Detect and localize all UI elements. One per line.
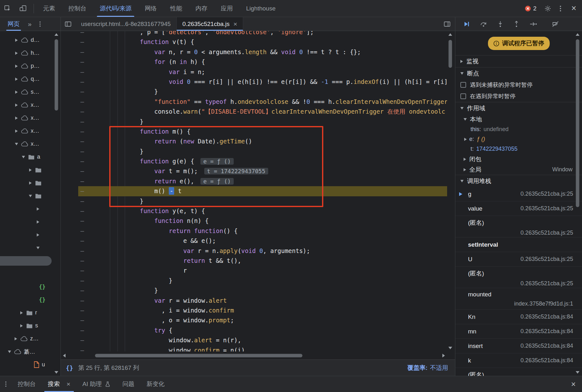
drawer-tab[interactable]: 问题 bbox=[117, 376, 141, 392]
panel-tab[interactable]: 元素 bbox=[36, 0, 62, 17]
scrollbar-thumb[interactable] bbox=[55, 39, 58, 111]
tree-row[interactable]: u bbox=[0, 358, 60, 371]
gutter-marker[interactable]: – bbox=[80, 87, 84, 97]
gutter-marker[interactable]: – bbox=[80, 186, 84, 196]
kebab-menu-icon[interactable] bbox=[555, 0, 566, 17]
code-line[interactable]: –} bbox=[61, 286, 447, 295]
inspect-element-icon[interactable] bbox=[0, 0, 15, 17]
code-line[interactable]: –var t = m();t = 1742229437055 bbox=[61, 166, 447, 176]
gutter-marker[interactable]: – bbox=[80, 97, 84, 107]
code-line[interactable]: –e && e(); bbox=[61, 236, 447, 246]
gutter-marker[interactable]: – bbox=[80, 117, 84, 127]
stack-frame[interactable]: U0.2635c521cba.js:25 bbox=[455, 252, 582, 267]
gutter-marker[interactable]: – bbox=[80, 67, 84, 77]
scope-local-header[interactable]: 本地 bbox=[455, 114, 582, 124]
scroll-right-arrow-icon[interactable] bbox=[442, 354, 445, 357]
gutter-marker[interactable]: – bbox=[80, 107, 84, 117]
tree-row[interactable]: z… bbox=[0, 332, 60, 345]
scrollbar-thumb[interactable] bbox=[95, 354, 302, 357]
code-line[interactable]: –function y(e, t) { bbox=[61, 206, 447, 216]
panel-tab[interactable]: 源代码/来源 bbox=[93, 0, 138, 17]
code-line[interactable]: –var i = n; bbox=[61, 67, 447, 77]
issues-counter[interactable]: 2 bbox=[521, 5, 541, 12]
tree-row[interactable]: x… bbox=[0, 137, 60, 150]
code-line[interactable]: –var n, r = 0 < arguments.length && void… bbox=[61, 47, 447, 57]
tree-row[interactable] bbox=[0, 189, 60, 202]
stack-frame[interactable]: (匿名)0.2635c521cba.js:25 bbox=[455, 216, 582, 237]
gutter-marker[interactable]: – bbox=[80, 315, 84, 325]
close-devtools-button[interactable]: × bbox=[566, 3, 582, 13]
gutter-marker[interactable]: – bbox=[80, 166, 84, 176]
execution-line[interactable]: –m() - t bbox=[61, 186, 447, 196]
scrollbar-thumb[interactable] bbox=[576, 39, 579, 207]
step-button[interactable] bbox=[529, 21, 537, 27]
code-line[interactable]: –try { bbox=[61, 326, 447, 335]
tree-row[interactable]: x… bbox=[0, 124, 60, 137]
stack-frame[interactable]: value0.2635c521cba.js:25 bbox=[455, 201, 582, 216]
code-line[interactable]: –} bbox=[61, 147, 447, 156]
collapsed-arrow-icon[interactable] bbox=[37, 233, 39, 237]
section-scope[interactable]: 作用域 bbox=[455, 102, 582, 114]
drawer-tab[interactable]: 搜索× bbox=[42, 376, 76, 392]
gutter-marker[interactable]: – bbox=[80, 57, 84, 67]
editor-vertical-scrollbar[interactable] bbox=[447, 31, 453, 351]
code-line[interactable]: –console.warn("【DISABLE-DEVTOOL】clearInt… bbox=[61, 107, 447, 117]
scroll-down-arrow-icon[interactable] bbox=[54, 371, 58, 374]
step-out-button[interactable] bbox=[513, 21, 520, 28]
gutter-marker[interactable]: – bbox=[80, 47, 84, 57]
code-line[interactable]: –, o = window.prompt; bbox=[61, 315, 447, 325]
tree-row[interactable] bbox=[0, 241, 60, 254]
gutter-marker[interactable]: – bbox=[80, 345, 84, 352]
code-line[interactable]: –return t && t(), bbox=[61, 256, 447, 266]
tree-row[interactable]: x… bbox=[0, 111, 60, 124]
step-into-button[interactable] bbox=[497, 21, 503, 28]
collapsed-arrow-icon[interactable] bbox=[29, 168, 32, 172]
code-line[interactable]: –r bbox=[61, 266, 447, 275]
section-callstack[interactable]: 调用堆栈 bbox=[455, 175, 582, 187]
tree-row[interactable]: d… bbox=[0, 34, 60, 47]
scope-global-header[interactable]: 全局Window bbox=[455, 164, 582, 175]
scrollbar-thumb[interactable] bbox=[449, 40, 452, 68]
tree-row[interactable] bbox=[0, 163, 60, 176]
sidebar-scrollbar[interactable] bbox=[574, 31, 581, 376]
collapsed-arrow-icon[interactable] bbox=[20, 311, 23, 314]
collapsed-arrow-icon[interactable] bbox=[15, 52, 18, 55]
stack-frame[interactable]: mountedindex.3758e7f9d1d.js:1 bbox=[455, 288, 582, 310]
pause-on-caught-row[interactable]: 在遇到异常时暂停 bbox=[455, 91, 582, 102]
collapsed-arrow-icon[interactable] bbox=[15, 91, 18, 94]
expanded-arrow-icon[interactable] bbox=[8, 351, 11, 353]
tree-row[interactable]: h… bbox=[0, 47, 60, 60]
collapsed-arrow-icon[interactable] bbox=[15, 78, 18, 81]
code-line[interactable]: –function g(e) {e = ƒ () bbox=[61, 156, 447, 166]
drawer-tab[interactable]: 控制台 bbox=[12, 376, 42, 392]
tree-row[interactable]: r bbox=[0, 306, 60, 319]
stack-frame[interactable]: g0.2635c521cba.js:25 bbox=[455, 187, 582, 201]
gutter-marker[interactable]: – bbox=[80, 206, 84, 216]
close-drawer-tab-icon[interactable]: × bbox=[66, 380, 70, 388]
collapsed-arrow-icon[interactable] bbox=[20, 324, 23, 327]
navigator-tab-page[interactable]: 网页 bbox=[8, 17, 20, 31]
gutter-marker[interactable]: – bbox=[80, 266, 84, 275]
panel-tab[interactable]: 控制台 bbox=[62, 0, 93, 17]
expanded-arrow-icon[interactable] bbox=[29, 195, 32, 197]
code-editor[interactable]: –, p = ['detectors', 'ondevtoolclose', '… bbox=[61, 31, 455, 351]
close-drawer-button[interactable]: × bbox=[565, 380, 582, 389]
gutter-marker[interactable]: – bbox=[80, 286, 84, 295]
code-line[interactable]: –} bbox=[61, 117, 447, 127]
close-file-tab-icon[interactable]: × bbox=[233, 20, 237, 28]
panel-tab[interactable]: 性能 bbox=[163, 0, 189, 17]
resume-button[interactable] bbox=[463, 21, 470, 28]
expanded-arrow-icon[interactable] bbox=[36, 247, 40, 249]
gutter-marker[interactable]: – bbox=[80, 216, 84, 226]
collapsed-arrow-icon[interactable] bbox=[37, 220, 39, 224]
tree-row[interactable]: x… bbox=[0, 98, 60, 111]
code-line[interactable]: –void 0 === r[i] || e(h[i]) !== e(r[i]) … bbox=[61, 77, 447, 87]
scroll-up-arrow-icon[interactable] bbox=[448, 33, 452, 36]
code-line[interactable]: –window.confirm = n(i) bbox=[61, 345, 447, 352]
collapsed-arrow-icon[interactable] bbox=[15, 337, 17, 340]
collapsed-arrow-icon[interactable] bbox=[15, 117, 18, 120]
stack-frame[interactable]: setInterval bbox=[455, 237, 582, 252]
checkbox-pause-uncaught[interactable] bbox=[460, 82, 466, 88]
code-line[interactable]: –window.alert = n(r), bbox=[61, 335, 447, 345]
collapsed-arrow-icon[interactable] bbox=[15, 65, 18, 68]
